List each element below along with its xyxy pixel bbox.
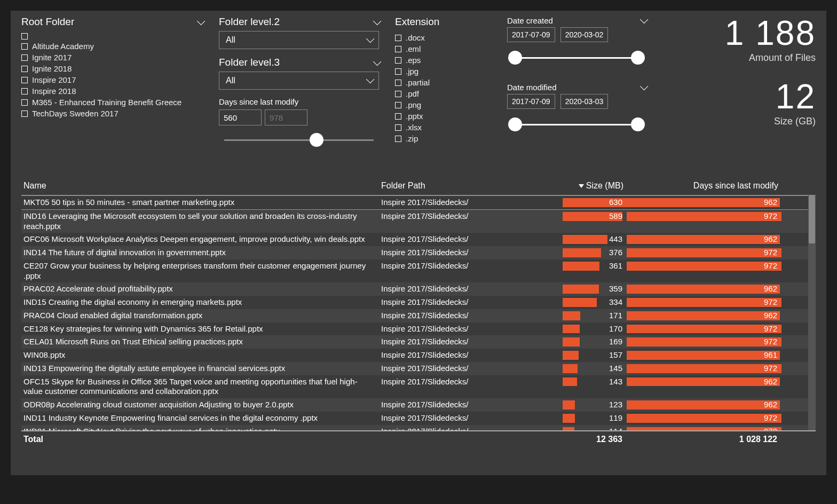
table-body: MKT05 50 tips in 50 minutes - smart part… [21, 195, 816, 430]
cell-name: ODR08p Accelerating cloud customer acqui… [23, 400, 381, 410]
root-folder-item[interactable]: M365 - Enhanced Training Benefit Greece [21, 98, 203, 107]
root-folder-item[interactable]: Inspire 2018 [21, 86, 203, 96]
table-row[interactable]: IND01 Microsoft CityNext Driving the nex… [21, 425, 816, 431]
level2-title: Folder level.2 [219, 16, 280, 28]
date-modified-from-input[interactable]: 2017-07-09 [507, 94, 555, 109]
extension-item[interactable]: .eml [395, 44, 491, 53]
table-row[interactable]: IND16 Leveraging the Microsoft ecosystem… [21, 210, 816, 233]
header-path[interactable]: Folder Path [381, 181, 563, 191]
date-modified-slider[interactable] [512, 117, 641, 132]
days-modify-max-input[interactable]: 978 [265, 109, 307, 125]
extension-header[interactable]: Extension [395, 16, 491, 28]
date-created-header[interactable]: Date created [507, 16, 646, 25]
cell-name: OFC15 Skype for Business in Office 365 T… [23, 377, 381, 397]
date-created-slider[interactable] [512, 51, 641, 66]
cell-name: CE207 Grow your business by helping ente… [23, 261, 381, 281]
cell-size-value: 123 [563, 400, 623, 410]
slider-thumb-max[interactable] [631, 51, 645, 65]
cell-size: 143 [563, 377, 627, 387]
extension-item[interactable]: .eps [395, 56, 491, 65]
footer-total-days: 1 028 122 [627, 435, 781, 444]
root-folder-item-label: M365 - Enhanced Training Benefit Greece [32, 98, 181, 107]
table-row[interactable]: ODR08p Accelerating cloud customer acqui… [21, 398, 816, 412]
extension-item[interactable]: .docx [395, 33, 491, 42]
cell-days: 972 [627, 261, 781, 271]
header-days[interactable]: Days since last modify [627, 181, 781, 191]
cell-size-value: 359 [563, 284, 623, 294]
chevron-down-icon [366, 76, 372, 85]
header-size[interactable]: Size (MB) [563, 181, 627, 191]
level2-header[interactable]: Folder level.2 [219, 16, 379, 28]
slider-thumb-min[interactable] [508, 117, 522, 131]
table-row[interactable]: IND14 The future of digital innovation i… [21, 246, 816, 259]
root-folder-header[interactable]: Root Folder [21, 16, 203, 28]
extension-item-label: .pptx [406, 112, 423, 121]
cell-days: 972 [627, 427, 781, 431]
root-folder-item[interactable]: Inspire 2017 [21, 75, 203, 84]
level2-dropdown[interactable]: All [219, 31, 379, 49]
cell-size: 119 [563, 413, 627, 423]
cell-path: Inspire 2017/Slidedecks/ [381, 211, 563, 222]
cell-days: 972 [627, 248, 781, 258]
level3-dropdown[interactable]: All [219, 72, 379, 90]
table-row[interactable]: CE128 Key strategies for winning with Dy… [21, 322, 816, 336]
extension-item[interactable]: .pptx [395, 112, 491, 121]
cell-days: 972 [627, 364, 781, 374]
table-row[interactable]: PRAC04 Cloud enabled digital transformat… [21, 309, 816, 322]
extension-item[interactable]: .partial [395, 78, 491, 87]
date-created-to-value: 2020-03-02 [565, 30, 604, 39]
date-created-from-value: 2017-07-09 [512, 30, 550, 39]
root-folder-item[interactable]: Ignite 2018 [21, 64, 203, 73]
select-all-checkbox[interactable] [21, 33, 203, 40]
root-folder-item[interactable]: Altitude Academy [21, 42, 203, 51]
cell-path: Inspire 2017/Slidedecks/ [381, 248, 563, 258]
scrollbar-thumb[interactable] [809, 195, 815, 243]
extension-item[interactable]: .zip [395, 134, 491, 143]
level3-title: Folder level.3 [219, 57, 280, 68]
dashboard: Root Folder Altitude AcademyIgnite 2017I… [11, 11, 826, 475]
table-row[interactable]: WIN08.pptxInspire 2017/Slidedecks/157961 [21, 349, 816, 362]
root-folder-item[interactable]: Ignite 2017 [21, 53, 203, 62]
header-name[interactable]: Name [23, 181, 381, 191]
table-row[interactable]: IND15 Creating the digital economy in em… [21, 296, 816, 309]
table-row[interactable]: IND13 Empowering the digitally astute em… [21, 362, 816, 375]
table-row[interactable]: IND11 Industry Keynote Empowering financ… [21, 412, 816, 425]
table-header: Name Folder Path Size (MB) Days since la… [21, 179, 816, 195]
checkbox-icon [395, 91, 401, 97]
days-modify-min-value: 560 [224, 113, 237, 122]
extension-item[interactable]: .pdf [395, 89, 491, 98]
table-row[interactable]: PRAC02 Accelerate cloud profitability.pp… [21, 282, 816, 296]
slider-track [224, 139, 374, 141]
kpi-size-label: Size (GB) [662, 116, 816, 127]
cell-size: 171 [563, 311, 627, 321]
date-modified-title: Date modified [507, 83, 557, 92]
extension-item[interactable]: .jpg [395, 67, 491, 76]
cell-days: 962 [627, 284, 781, 294]
cell-path: Inspire 2017/Slidedecks/ [381, 400, 563, 410]
slider-thumb-max[interactable] [631, 117, 645, 131]
table-row[interactable]: OFC06 Microsoft Workplace Analytics Deep… [21, 233, 816, 246]
scrollbar[interactable] [808, 195, 816, 430]
table-row[interactable]: CE207 Grow your business by helping ente… [21, 259, 816, 283]
table-row[interactable]: CELA01 Microsoft Runs on Trust Ethical s… [21, 335, 816, 349]
date-created-range: 2017-07-09 2020-03-02 [507, 27, 646, 42]
checkbox-icon [21, 99, 28, 106]
extension-item[interactable]: .xlsx [395, 123, 491, 132]
date-modified-to-input[interactable]: 2020-03-03 [560, 94, 609, 109]
date-created-from-input[interactable]: 2017-07-09 [507, 27, 555, 42]
level3-header[interactable]: Folder level.3 [219, 57, 379, 68]
extension-item-label: .xlsx [406, 123, 422, 132]
table-row[interactable]: MKT05 50 tips in 50 minutes - smart part… [21, 195, 816, 210]
slider-thumb[interactable] [310, 133, 323, 147]
date-modified-header[interactable]: Date modified [507, 83, 646, 92]
extension-item[interactable]: .png [395, 100, 491, 109]
footer-total-size: 12 363 [563, 435, 627, 444]
cell-size-value: 171 [563, 311, 623, 321]
slider-thumb-min[interactable] [508, 51, 522, 65]
root-folder-item[interactable]: TechDays Sweden 2017 [21, 109, 203, 118]
cell-days-value: 961 [627, 350, 778, 360]
days-modify-slider[interactable] [224, 133, 374, 148]
days-modify-min-input[interactable]: 560 [219, 109, 262, 125]
table-row[interactable]: OFC15 Skype for Business in Office 365 T… [21, 375, 816, 399]
date-created-to-input[interactable]: 2020-03-02 [560, 27, 609, 42]
